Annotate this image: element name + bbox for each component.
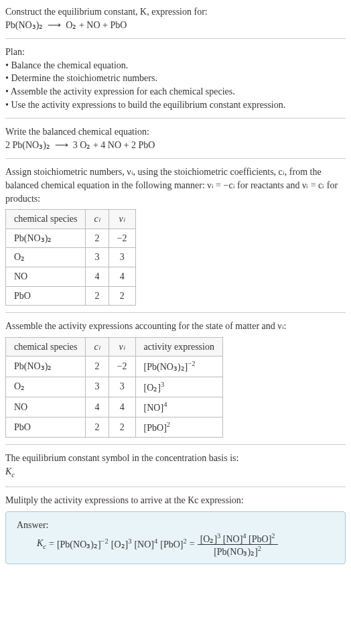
table-row: PbO 2 2 xyxy=(6,286,136,306)
answer-label: Answer: xyxy=(17,519,334,532)
cell-vi: 2 xyxy=(109,286,135,306)
cell-vi: 2 xyxy=(109,417,135,438)
divider xyxy=(5,487,346,487)
activity-section: Assemble the activity expressions accoun… xyxy=(5,320,346,438)
balanced-section: Write the balanced chemical equation: 2 … xyxy=(5,125,346,151)
cell-species: PbO xyxy=(6,286,86,306)
table-row: O₂ 3 3 xyxy=(6,248,136,267)
intro-text: Construct the equilibrium constant, K, e… xyxy=(5,5,346,31)
arrow-icon: ⟶ xyxy=(55,140,68,150)
cell-species: Pb(NO₃)₂ xyxy=(6,357,86,377)
divider xyxy=(5,38,346,39)
term: [PbO]2 xyxy=(160,537,186,551)
cell-activity: [Pb(NO₃)₂]−2 xyxy=(135,357,222,377)
cell-species: O₂ xyxy=(6,248,86,267)
cell-vi: −2 xyxy=(109,357,135,377)
col-header: νᵢ xyxy=(109,337,135,357)
cell-vi: −2 xyxy=(109,229,135,248)
balanced-rhs: 3 O₂ + 4 NO + 2 PbO xyxy=(73,140,155,150)
activity-table: chemical species cᵢ νᵢ activity expressi… xyxy=(5,337,223,438)
cell-ci: 2 xyxy=(86,357,109,377)
col-header: chemical species xyxy=(6,337,86,357)
plan-section: Plan: • Balance the chemical equation. •… xyxy=(5,46,346,111)
arrow-icon: ⟶ xyxy=(48,20,61,30)
cell-species: Pb(NO₃)₂ xyxy=(6,229,86,248)
cell-ci: 3 xyxy=(86,377,109,397)
plan-item: • Determine the stoichiometric numbers. xyxy=(5,72,346,85)
balanced-title: Write the balanced chemical equation: xyxy=(5,125,346,139)
table-row: Pb(NO₃)₂ 2 −2 xyxy=(6,229,136,248)
kc-lhs: Kc xyxy=(37,537,46,552)
cell-ci: 2 xyxy=(86,417,109,438)
plan-item: • Use the activity expressions to build … xyxy=(5,99,346,112)
term: [Pb(NO₃)₂]−2 xyxy=(57,537,109,551)
cell-ci: 4 xyxy=(86,267,109,286)
cell-vi: 4 xyxy=(109,267,135,286)
stoich-table: chemical species cᵢ νᵢ Pb(NO₃)₂ 2 −2 O₂ … xyxy=(5,209,136,306)
table-header-row: chemical species cᵢ νᵢ activity expressi… xyxy=(6,337,223,357)
symbol-text: The equilibrium constant symbol in the c… xyxy=(5,452,346,465)
table-header-row: chemical species cᵢ νᵢ xyxy=(6,210,136,229)
col-header: cᵢ xyxy=(86,337,109,357)
table-row: NO 4 4 xyxy=(6,267,136,286)
cell-ci: 2 xyxy=(86,286,109,306)
multiply-text: Mulitply the activity expressions to arr… xyxy=(5,494,346,507)
cell-activity: [NO]4 xyxy=(135,397,222,417)
fraction-denominator: [Pb(NO₃)₂]2 xyxy=(198,545,278,557)
answer-equation: Kc = [Pb(NO₃)₂]−2 [O₂]3 [NO]4 [PbO]2 = [… xyxy=(17,532,334,557)
activity-intro: Assemble the activity expressions accoun… xyxy=(5,320,346,333)
divider xyxy=(5,444,346,445)
term: [NO]4 xyxy=(134,537,157,551)
stoich-intro: Assign stoichiometric numbers, νᵢ, using… xyxy=(5,166,346,205)
intro-eq-rhs: O₂ + NO + PbO xyxy=(66,20,127,30)
divider xyxy=(5,158,346,159)
col-header: cᵢ xyxy=(86,210,109,229)
plan-item: • Assemble the activity expression for e… xyxy=(5,85,346,99)
cell-ci: 3 xyxy=(86,248,109,267)
balanced-lhs: 2 Pb(NO₃)₂ xyxy=(5,140,50,150)
divider xyxy=(5,118,346,119)
col-header: chemical species xyxy=(6,210,86,229)
intro-eq-lhs: Pb(NO₃)₂ xyxy=(5,20,43,30)
cell-species: PbO xyxy=(6,417,86,438)
divider xyxy=(5,312,346,313)
cell-species: NO xyxy=(6,267,86,286)
cell-vi: 3 xyxy=(109,377,135,397)
table-row: O₂ 3 3 [O₂]3 xyxy=(6,377,223,397)
equals-sign: = xyxy=(49,537,54,551)
table-row: PbO 2 2 [PbO]2 xyxy=(6,417,223,438)
answer-box: Answer: Kc = [Pb(NO₃)₂]−2 [O₂]3 [NO]4 [P… xyxy=(5,511,346,564)
cell-activity: [O₂]3 xyxy=(135,377,222,397)
table-row: NO 4 4 [NO]4 xyxy=(6,397,223,417)
intro-line1: Construct the equilibrium constant, K, e… xyxy=(5,7,208,17)
fraction-numerator: [O₂]3 [NO]4 [PbO]2 xyxy=(198,532,278,545)
plan-title: Plan: xyxy=(5,46,346,59)
col-header: νᵢ xyxy=(109,210,135,229)
cell-ci: 4 xyxy=(86,397,109,417)
col-header: activity expression xyxy=(135,337,222,357)
cell-species: O₂ xyxy=(6,377,86,397)
fraction: [O₂]3 [NO]4 [PbO]2 [Pb(NO₃)₂]2 xyxy=(198,532,278,557)
stoich-section: Assign stoichiometric numbers, νᵢ, using… xyxy=(5,166,346,306)
cell-vi: 3 xyxy=(109,248,135,267)
equals-sign: = xyxy=(190,537,195,551)
cell-ci: 2 xyxy=(86,229,109,248)
symbol-section: The equilibrium constant symbol in the c… xyxy=(5,452,346,480)
plan-item: • Balance the chemical equation. xyxy=(5,59,346,72)
cell-vi: 4 xyxy=(109,397,135,417)
kc-symbol: Kc xyxy=(5,465,346,480)
term: [O₂]3 xyxy=(111,537,132,551)
cell-activity: [PbO]2 xyxy=(135,417,222,438)
cell-species: NO xyxy=(6,397,86,417)
table-row: Pb(NO₃)₂ 2 −2 [Pb(NO₃)₂]−2 xyxy=(6,357,223,377)
